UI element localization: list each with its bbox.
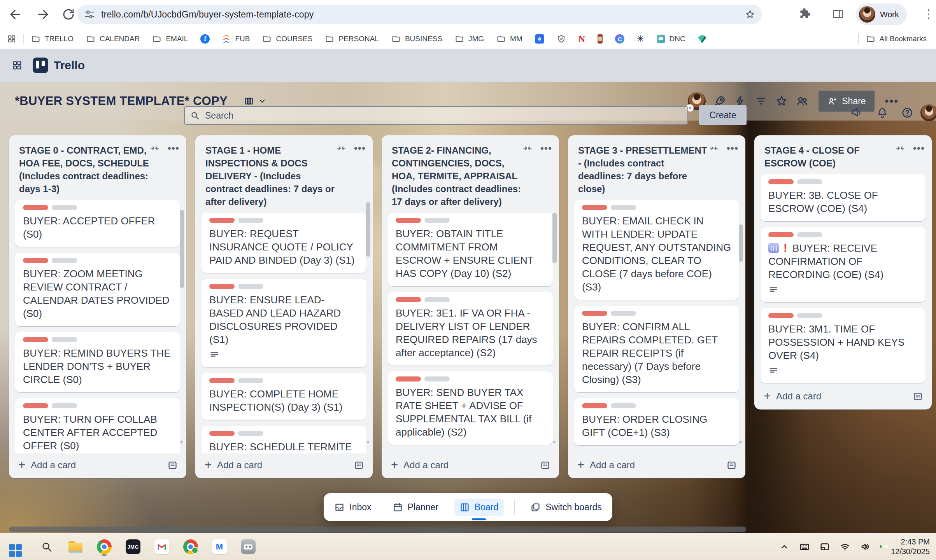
- bookmark-gem-icon[interactable]: [698, 35, 706, 43]
- card[interactable]: BUYER: ACCEPTED OFFER (S0): [15, 200, 180, 247]
- add-card-button[interactable]: Add a card: [590, 460, 635, 471]
- tray-chevron-up-icon[interactable]: [779, 541, 790, 552]
- card[interactable]: BUYER: REQUEST INSURANCE QUOTE / POLICY …: [202, 213, 366, 273]
- bookmark-email[interactable]: EMAIL: [152, 34, 188, 44]
- card[interactable]: BUYER: ENSURE LEAD-BASED AND LEAD HAZARD…: [202, 279, 366, 367]
- bookmark-business[interactable]: BUSINESS: [391, 34, 442, 44]
- bookmark-fub[interactable]: FUB: [222, 34, 250, 44]
- horizontal-scrollbar[interactable]: [9, 527, 746, 532]
- forward-icon[interactable]: [36, 7, 50, 21]
- list-scrollbar[interactable]: [180, 210, 184, 288]
- card[interactable]: BUYER: CONFIRM ALL REPAIRS COMPLETED. GE…: [574, 306, 739, 392]
- add-card-button[interactable]: Add a card: [403, 460, 449, 471]
- list-scrollbar[interactable]: [366, 202, 370, 257]
- bookmark-c-circle-icon[interactable]: C: [615, 34, 624, 44]
- taskbar-app-chrome-profile[interactable]: [182, 537, 199, 556]
- share-button[interactable]: Share: [819, 91, 874, 112]
- bottom-nav-board[interactable]: Board: [454, 499, 504, 516]
- all-bookmarks-button[interactable]: All Bookmarks: [866, 34, 927, 44]
- taskbar-app-gmail[interactable]: [153, 537, 170, 556]
- list-menu-icon[interactable]: •••: [913, 143, 925, 153]
- collapse-list-icon[interactable]: [709, 143, 719, 153]
- bookmark-trello[interactable]: TRELLO: [31, 34, 74, 44]
- card[interactable]: BUYER: 3M1. TIME OF POSSESSION + HAND KE…: [761, 308, 925, 383]
- search-input[interactable]: [204, 110, 682, 121]
- create-from-template-icon[interactable]: [354, 460, 364, 471]
- site-settings-icon[interactable]: [84, 9, 95, 20]
- tray-keyboard-icon[interactable]: [799, 541, 810, 552]
- bookmark-personal[interactable]: PERSONAL: [325, 34, 379, 44]
- tray-volume-icon[interactable]: [860, 541, 871, 552]
- tray-wifi-icon[interactable]: [840, 541, 850, 552]
- card[interactable]: BUYER: SCHEDULE TERMITE INSPECTION (S1): [202, 426, 366, 453]
- taskbar-app-file-explorer[interactable]: [67, 537, 84, 556]
- taskbar-app-assistant[interactable]: [240, 537, 257, 556]
- address-bar[interactable]: trello.com/b/UJocbdGm/buyer-system-templ…: [77, 5, 762, 24]
- card[interactable]: !BUYER: RECEIVE CONFIRMATION OF RECORDIN…: [761, 227, 925, 302]
- bookmark-mm[interactable]: MM: [496, 34, 522, 44]
- scroll-down-arrow-icon[interactable]: ▼: [738, 439, 743, 445]
- bottom-nav-inbox[interactable]: Inbox: [329, 499, 377, 516]
- bookmark-openai-icon[interactable]: ✳: [637, 34, 644, 44]
- board-menu-icon[interactable]: •••: [885, 95, 899, 107]
- bookmark-calendar[interactable]: CALENDAR: [86, 34, 140, 44]
- list-title[interactable]: STAGE 2- FINANCING, CONTINGENCIES, DOCS,…: [392, 144, 523, 208]
- create-from-template-icon[interactable]: [540, 460, 550, 471]
- list-title[interactable]: STAGE 0 - CONTRACT, EMD, HOA FEE, DOCS, …: [19, 144, 151, 195]
- scroll-down-arrow-icon[interactable]: ▼: [179, 439, 184, 445]
- list-menu-icon[interactable]: •••: [354, 143, 366, 153]
- list-menu-icon[interactable]: •••: [727, 143, 738, 153]
- user-avatar[interactable]: [920, 104, 936, 121]
- list-title[interactable]: STAGE 1 - HOME INSPECTIONS & DOCS DELIVE…: [205, 144, 337, 208]
- add-card-button[interactable]: Add a card: [217, 460, 262, 471]
- side-panel-icon[interactable]: [832, 8, 844, 20]
- help-icon[interactable]: [901, 107, 913, 119]
- search-box[interactable]: [184, 106, 688, 125]
- bookmark-courses[interactable]: COURSES: [262, 34, 312, 44]
- bottom-nav-planner[interactable]: Planner: [387, 499, 444, 516]
- board-view-switcher[interactable]: [244, 96, 266, 106]
- bookmark-dnc[interactable]: DNC: [657, 35, 685, 43]
- create-from-template-icon[interactable]: [167, 460, 178, 471]
- list-title[interactable]: STAGE 3 - PRESETTLEMENT - (Includes cont…: [578, 144, 710, 195]
- browser-menu-icon[interactable]: ⋮: [923, 5, 934, 23]
- back-icon[interactable]: [9, 7, 23, 21]
- star-icon[interactable]: [775, 94, 788, 108]
- add-card-button[interactable]: Add a card: [776, 391, 821, 402]
- taskbar-clock[interactable]: 2:43 PM 12/30/2025: [891, 537, 930, 556]
- card[interactable]: BUYER: COMPLETE HOME INSPECTION(S) (Day …: [202, 373, 366, 420]
- list-menu-icon[interactable]: •••: [168, 143, 179, 153]
- scroll-down-arrow-icon[interactable]: ▼: [365, 439, 370, 445]
- notifications-icon[interactable]: [876, 107, 889, 119]
- create-from-template-icon[interactable]: [913, 391, 923, 402]
- card[interactable]: BUYER: OBTAIN TITLE COMMITMENT FROM ESCR…: [388, 213, 553, 286]
- tray-touchpad-icon[interactable]: [819, 541, 830, 552]
- announcements-icon[interactable]: [850, 107, 863, 119]
- bookmark-dropbox-icon[interactable]: ❖: [535, 34, 544, 44]
- app-switcher-icon[interactable]: [12, 60, 23, 71]
- reload-icon[interactable]: [61, 7, 75, 21]
- create-from-template-icon[interactable]: [726, 460, 737, 471]
- collapse-list-icon[interactable]: [522, 143, 533, 153]
- collapse-list-icon[interactable]: [895, 143, 905, 153]
- bookmark-shield-icon[interactable]: [557, 34, 566, 44]
- card[interactable]: BUYER: ORDER CLOSING GIFT (COE+1) (S3): [574, 398, 739, 445]
- bookmark-jmg[interactable]: JMG: [455, 34, 484, 44]
- card[interactable]: BUYER: 3E1. IF VA OR FHA - DELIVERY LIST…: [388, 292, 553, 366]
- bottom-nav-switch-boards[interactable]: Switch boards: [525, 499, 607, 516]
- card[interactable]: BUYER: SEND BUYER TAX RATE SHEET + ADVIS…: [388, 371, 553, 445]
- card[interactable]: BUYER: 3B. CLOSE OF ESCROW (COE) (S4): [761, 174, 925, 221]
- list-scrollbar[interactable]: [739, 224, 743, 262]
- taskbar-app-start[interactable]: [9, 537, 26, 556]
- bookmark-bottle-icon[interactable]: [598, 34, 603, 44]
- taskbar-app-mail[interactable]: M: [211, 537, 228, 556]
- list-menu-icon[interactable]: •••: [540, 143, 552, 153]
- scroll-down-arrow-icon[interactable]: ▼: [552, 439, 557, 445]
- card[interactable]: BUYER: REMIND BUYERS THE LENDER DON'TS +…: [15, 332, 180, 392]
- apps-grid-icon[interactable]: [7, 34, 16, 44]
- filter-icon[interactable]: [754, 94, 768, 108]
- bookmark-facebook-icon[interactable]: f: [200, 34, 210, 44]
- bookmark-netflix-icon[interactable]: N: [578, 34, 585, 44]
- list-scrollbar[interactable]: [552, 213, 557, 263]
- extensions-icon[interactable]: [798, 8, 811, 20]
